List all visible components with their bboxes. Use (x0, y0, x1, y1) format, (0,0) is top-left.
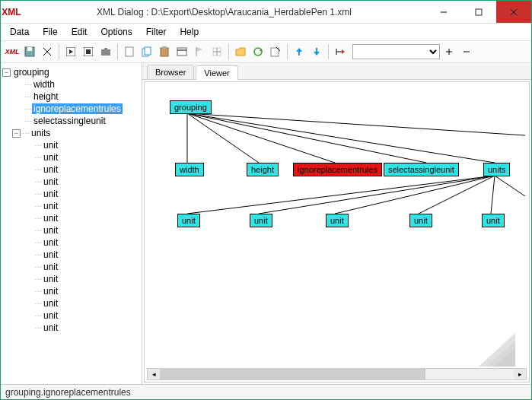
svg-line-46 (259, 176, 495, 214)
flag-icon[interactable] (191, 43, 208, 60)
svg-rect-12 (101, 49, 110, 56)
svg-rect-11 (86, 49, 91, 54)
maximize-button[interactable] (461, 1, 496, 23)
tree-item[interactable]: ⋯unit (2, 261, 140, 273)
svg-marker-32 (314, 48, 320, 56)
svg-line-45 (187, 176, 495, 214)
svg-line-49 (491, 176, 495, 214)
menu-options[interactable]: Options (94, 25, 138, 39)
save-icon[interactable] (21, 43, 38, 60)
node-width[interactable]: width (175, 163, 204, 176)
tree-item[interactable]: ⋯unit (2, 224, 140, 237)
svg-marker-34 (342, 49, 345, 54)
selector-combo[interactable] (352, 44, 440, 59)
down-arrow-icon[interactable] (308, 43, 325, 60)
node-unit[interactable]: unit (409, 214, 432, 227)
svg-line-50 (495, 176, 525, 196)
node-unit[interactable]: unit (482, 214, 505, 227)
tree-item[interactable]: ⋯unit (2, 176, 140, 188)
node-unit[interactable]: unit (250, 214, 272, 227)
stop-icon[interactable] (80, 43, 97, 60)
scroll-right-icon[interactable]: ▸ (514, 369, 526, 379)
delete-icon[interactable] (39, 43, 56, 60)
svg-marker-21 (196, 47, 202, 52)
svg-line-43 (187, 113, 495, 163)
tree-item[interactable]: ⋯width (2, 78, 140, 90)
tree-item[interactable]: ⋯unit (2, 139, 140, 151)
svg-line-47 (335, 176, 495, 214)
tree-item[interactable]: ⋯height (2, 90, 140, 103)
new-doc-icon[interactable] (121, 43, 138, 60)
tree-item[interactable]: ⋯unit (2, 273, 140, 285)
svg-line-48 (419, 176, 495, 214)
node-units[interactable]: units (483, 163, 510, 176)
goto-icon[interactable] (332, 43, 349, 60)
menu-help[interactable]: Help (174, 25, 205, 39)
svg-point-27 (254, 48, 262, 56)
svg-rect-5 (27, 47, 32, 51)
tree-item[interactable]: ⋯unit (2, 200, 140, 212)
node-height[interactable]: height (247, 163, 279, 176)
reload-icon[interactable] (250, 43, 266, 60)
edit-icon[interactable] (267, 43, 284, 60)
tree-item[interactable]: ⋯selectassingleunit (2, 115, 140, 127)
play-icon[interactable] (62, 43, 79, 60)
camera-icon[interactable] (97, 43, 114, 60)
menu-file[interactable]: File (37, 25, 63, 39)
status-path: grouping.ignoreplacementrules (5, 387, 131, 398)
tree-item[interactable]: ⋯unit (2, 249, 140, 261)
close-button[interactable] (496, 1, 531, 23)
props-icon[interactable] (174, 43, 190, 60)
tree-pane[interactable]: −grouping ⋯width⋯height⋯ignoreplacementr… (1, 63, 142, 384)
node-unit[interactable]: unit (177, 214, 200, 227)
tree-units[interactable]: −⋯units (2, 127, 140, 139)
menu-filter[interactable]: Filter (140, 25, 173, 39)
node-grouping[interactable]: grouping (170, 100, 212, 114)
folder-icon[interactable] (232, 43, 249, 60)
xml-view-button[interactable]: XML (4, 43, 21, 60)
graph-viewer[interactable]: grouping width height ignoreplacementrul… (144, 81, 530, 383)
horizontal-scrollbar[interactable]: ◂ ▸ (147, 368, 527, 380)
node-unit[interactable]: unit (326, 214, 349, 227)
menu-edit[interactable]: Edit (65, 25, 94, 39)
node-ignoreplacementrules[interactable]: ignoreplacementrules (293, 163, 382, 176)
svg-rect-1 (476, 9, 482, 15)
svg-rect-17 (161, 48, 168, 56)
node-selectassingleunit[interactable]: selectassingleunit (384, 163, 459, 176)
tab-browser[interactable]: Browser (147, 65, 194, 79)
minimize-button[interactable] (426, 1, 461, 23)
paste-icon[interactable] (156, 43, 173, 60)
grid-icon[interactable] (209, 43, 225, 60)
toolbar: XML (1, 40, 531, 63)
tree-item[interactable]: ⋯unit (2, 163, 140, 176)
tree-item[interactable]: ⋯ignoreplacementrules (2, 103, 140, 115)
watermark-icon (479, 333, 515, 367)
tree-item[interactable]: ⋯unit (2, 212, 140, 224)
tree-item[interactable]: ⋯unit (2, 297, 140, 310)
svg-marker-31 (296, 48, 302, 56)
svg-rect-29 (271, 48, 279, 56)
add-icon[interactable] (441, 43, 457, 60)
svg-rect-18 (162, 46, 167, 49)
scroll-thumb[interactable] (160, 369, 425, 379)
tree-item[interactable]: ⋯unit (2, 322, 140, 334)
up-arrow-icon[interactable] (291, 43, 307, 60)
menu-data[interactable]: Data (4, 25, 35, 39)
remove-icon[interactable] (458, 43, 475, 60)
svg-rect-19 (177, 48, 186, 56)
tab-viewer[interactable]: Viewer (196, 65, 237, 80)
menubar: Data File Edit Options Filter Help (1, 24, 531, 40)
app-icon: XML (5, 6, 18, 18)
svg-marker-26 (236, 48, 245, 56)
svg-rect-14 (126, 47, 133, 56)
svg-marker-9 (69, 49, 73, 54)
tree-item[interactable]: ⋯unit (2, 237, 140, 249)
tree-root[interactable]: −grouping (2, 66, 140, 78)
tree-item[interactable]: ⋯unit (2, 188, 140, 200)
copy-icon[interactable] (139, 43, 155, 60)
titlebar: XML XML Dialog : D:\Export\Desktop\Arauc… (1, 1, 531, 24)
tree-item[interactable]: ⋯unit (2, 310, 140, 322)
scroll-left-icon[interactable]: ◂ (148, 369, 160, 379)
tree-item[interactable]: ⋯unit (2, 151, 140, 163)
tree-item[interactable]: ⋯unit (2, 285, 140, 297)
